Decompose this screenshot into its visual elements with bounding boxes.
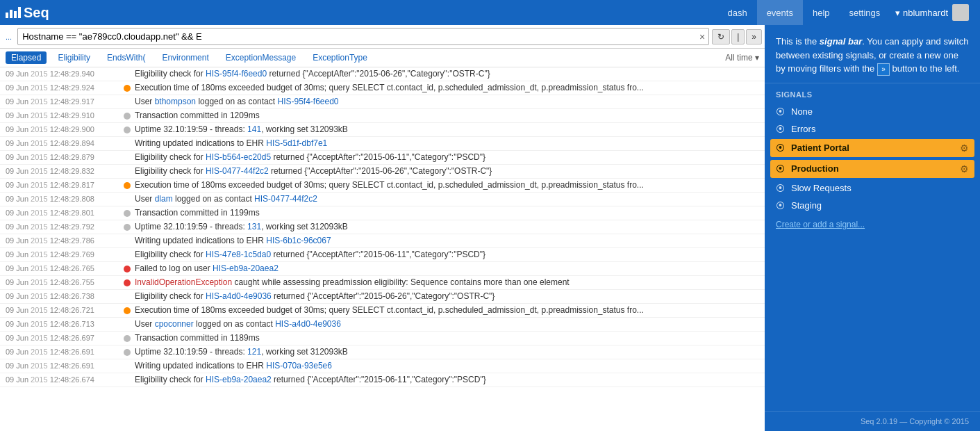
- event-date: 09 Jun 2015 12:48:29.832: [6, 166, 124, 175]
- expand-button[interactable]: ...: [3, 31, 15, 42]
- event-date: 09 Jun 2015 12:48:29.879: [6, 152, 124, 161]
- event-dot-none: [124, 97, 131, 104]
- event-dot-none: [124, 166, 131, 173]
- table-row[interactable]: 09 Jun 2015 12:48:29.808 User dlam logge…: [0, 193, 765, 206]
- event-message: Execution time of 180ms exceeded budget …: [135, 180, 759, 190]
- event-dot-none: [124, 69, 131, 76]
- table-row[interactable]: 09 Jun 2015 12:48:26.691 Uptime 32.10:19…: [0, 345, 765, 359]
- logo-bar-1: [6, 13, 8, 18]
- table-row[interactable]: 09 Jun 2015 12:48:29.769 Eligibility che…: [0, 248, 765, 262]
- table-row[interactable]: 09 Jun 2015 12:48:29.786 Writing updated…: [0, 234, 765, 248]
- double-arrow-button[interactable]: »: [746, 29, 762, 44]
- table-row[interactable]: 09 Jun 2015 12:48:29.900 Uptime 32.10:19…: [0, 123, 765, 137]
- table-row[interactable]: 09 Jun 2015 12:48:29.792 Uptime 32.10:19…: [0, 220, 765, 234]
- event-dot-none: [124, 236, 131, 243]
- filter-tab-environment[interactable]: Environment: [156, 51, 214, 64]
- search-clear-button[interactable]: ×: [699, 31, 705, 42]
- event-dot-gray: [124, 224, 131, 231]
- filter-tab-eligibility[interactable]: Eligibility: [52, 51, 96, 64]
- logo-bars: [6, 7, 21, 18]
- right-panel: This is the signal bar. You can apply an…: [765, 25, 980, 431]
- event-dot-none: [124, 291, 131, 298]
- event-message: Writing updated indications to EHR HIS-5…: [135, 138, 759, 148]
- filter-tab-elapsed[interactable]: Elapsed: [6, 51, 47, 64]
- search-input[interactable]: [17, 28, 709, 45]
- event-date: 09 Jun 2015 12:48:26.691: [6, 361, 124, 370]
- arrow-button[interactable]: »: [877, 63, 890, 76]
- event-date: 09 Jun 2015 12:48:29.792: [6, 222, 124, 231]
- table-row[interactable]: 09 Jun 2015 12:48:29.940 Eligibility che…: [0, 67, 765, 81]
- event-date: 09 Jun 2015 12:48:26.755: [6, 277, 124, 286]
- event-dot-gray: [124, 113, 131, 120]
- table-row[interactable]: 09 Jun 2015 12:48:26.755 InvalidOperatio…: [0, 276, 765, 290]
- table-row[interactable]: 09 Jun 2015 12:48:29.801 Transaction com…: [0, 206, 765, 220]
- event-dot-red: [124, 266, 131, 273]
- search-actions: ↻ | »: [712, 29, 762, 44]
- time-filter[interactable]: All time ▾: [725, 53, 759, 63]
- table-row[interactable]: 09 Jun 2015 12:48:29.917 User bthompson …: [0, 95, 765, 109]
- event-message: Writing updated indications to EHR HIS-6…: [135, 236, 759, 245]
- event-date: 09 Jun 2015 12:48:29.808: [6, 194, 124, 203]
- event-dot-orange: [124, 307, 131, 314]
- event-message: Transaction committed in 1209ms: [135, 111, 759, 120]
- signal-patient-portal[interactable]: ⦿ Patient Portal ⚙: [770, 139, 974, 157]
- table-row[interactable]: 09 Jun 2015 12:48:26.738 Eligibility che…: [0, 290, 765, 304]
- table-row[interactable]: 09 Jun 2015 12:48:26.674 Eligibility che…: [0, 373, 765, 387]
- event-dot-none: [124, 194, 131, 201]
- event-dot-none: [124, 361, 131, 368]
- event-dot-none: [124, 250, 131, 257]
- nav-settings[interactable]: settings: [840, 0, 890, 25]
- right-footer: Seq 2.0.19 — Copyright © 2015: [765, 411, 980, 431]
- signal-bar-emphasis: signal bar: [820, 36, 862, 47]
- table-row[interactable]: 09 Jun 2015 12:48:26.691 Writing updated…: [0, 359, 765, 373]
- event-date: 09 Jun 2015 12:48:26.721: [6, 305, 124, 314]
- event-dot-gray: [124, 127, 131, 133]
- table-row[interactable]: 09 Jun 2015 12:48:26.721 Execution time …: [0, 304, 765, 318]
- event-dot-gray: [124, 210, 131, 217]
- signal-production[interactable]: ⦿ Production ⚙: [770, 160, 974, 178]
- event-date: 09 Jun 2015 12:48:29.801: [6, 208, 124, 217]
- signal-gear-icon[interactable]: ⚙: [960, 143, 969, 154]
- user-label: ▾ nblumhardt: [895, 8, 948, 18]
- table-row[interactable]: 09 Jun 2015 12:48:26.713 User cpoconner …: [0, 318, 765, 332]
- filter-tab-exceptionmessage[interactable]: ExceptionMessage: [220, 51, 301, 64]
- nav-help[interactable]: help: [803, 0, 840, 25]
- user-menu[interactable]: ▾ nblumhardt: [890, 4, 974, 21]
- signal-name-none: None: [791, 106, 969, 117]
- signal-name-slow-requests: Slow Requests: [791, 183, 969, 193]
- signal-radio-icon: ⦿: [776, 200, 791, 211]
- table-row[interactable]: 09 Jun 2015 12:48:29.894 Writing updated…: [0, 137, 765, 151]
- event-date: 09 Jun 2015 12:48:26.765: [6, 263, 124, 273]
- event-message: Eligibility check for HIS-47e8-1c5da0 re…: [135, 250, 759, 259]
- nav-events[interactable]: events: [757, 0, 803, 25]
- filter-tab-endswith[interactable]: EndsWith(: [101, 51, 151, 64]
- search-bar: ... × ↻ | »: [0, 25, 765, 49]
- info-text: This is the signal bar. You can apply an…: [776, 36, 969, 74]
- event-date: 09 Jun 2015 12:48:26.697: [6, 333, 124, 342]
- table-row[interactable]: 09 Jun 2015 12:48:29.832 Eligibility che…: [0, 165, 765, 179]
- table-row[interactable]: 09 Jun 2015 12:48:29.924 Execution time …: [0, 81, 765, 95]
- user-avatar: [952, 4, 969, 21]
- table-row[interactable]: 09 Jun 2015 12:48:26.697 Transaction com…: [0, 332, 765, 345]
- signal-radio-icon: ⦿: [776, 163, 791, 174]
- table-row[interactable]: 09 Jun 2015 12:48:29.910 Transaction com…: [0, 109, 765, 123]
- event-dot-gray: [124, 335, 131, 342]
- pipe-button[interactable]: |: [731, 29, 745, 44]
- create-signal-link[interactable]: Create or add a signal...: [776, 214, 969, 232]
- signal-gear-icon[interactable]: ⚙: [960, 163, 969, 174]
- signals-section: SIGNALS ⦿ None ⦿ Errors ⦿ Patient Portal…: [765, 83, 980, 411]
- signal-errors[interactable]: ⦿ Errors: [776, 120, 969, 138]
- filter-tab-exceptiontype[interactable]: ExceptionType: [307, 51, 373, 64]
- refresh-button[interactable]: ↻: [712, 29, 730, 44]
- table-row[interactable]: 09 Jun 2015 12:48:29.879 Eligibility che…: [0, 151, 765, 165]
- event-message: Writing updated indications to EHR HIS-0…: [135, 361, 759, 371]
- table-row[interactable]: 09 Jun 2015 12:48:29.817 Execution time …: [0, 179, 765, 193]
- signal-bar-info: This is the signal bar. You can apply an…: [765, 25, 980, 83]
- signal-none[interactable]: ⦿ None: [776, 103, 969, 120]
- event-message: Eligibility check for HIS-b564-ec20d5 re…: [135, 152, 759, 162]
- signal-slow-requests[interactable]: ⦿ Slow Requests: [776, 179, 969, 197]
- table-row[interactable]: 09 Jun 2015 12:48:26.765 Failed to log o…: [0, 262, 765, 276]
- signal-radio-icon: ⦿: [776, 106, 791, 117]
- signal-staging[interactable]: ⦿ Staging: [776, 197, 969, 214]
- nav-dash[interactable]: dash: [717, 0, 756, 25]
